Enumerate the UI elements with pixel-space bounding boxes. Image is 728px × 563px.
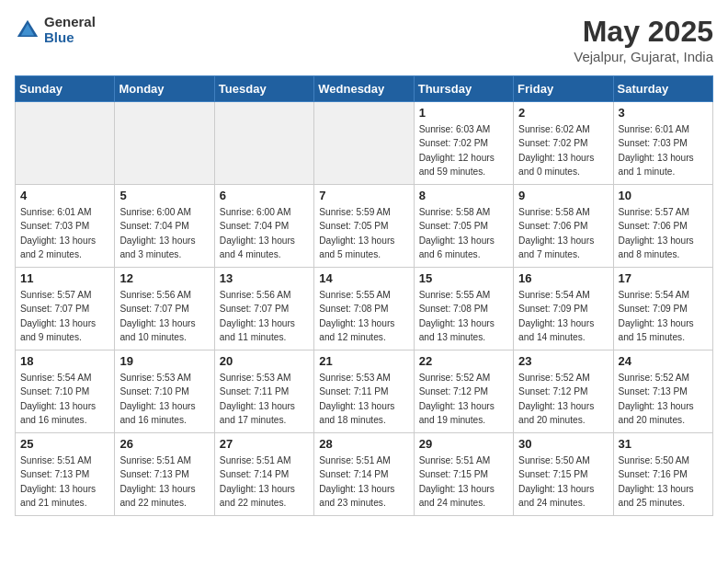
calendar-cell: 3Sunrise: 6:01 AMSunset: 7:03 PMDaylight… xyxy=(613,102,712,185)
day-number: 31 xyxy=(619,437,708,451)
day-info: Sunrise: 6:03 AMSunset: 7:02 PMDaylight:… xyxy=(419,122,508,178)
day-number: 17 xyxy=(619,271,708,285)
header-saturday: Saturday xyxy=(613,76,712,102)
day-number: 8 xyxy=(419,189,508,202)
calendar-cell: 2Sunrise: 6:02 AMSunset: 7:02 PMDaylight… xyxy=(514,102,613,185)
calendar-cell: 15Sunrise: 5:55 AMSunset: 7:08 PMDayligh… xyxy=(414,268,513,350)
calendar-cell: 12Sunrise: 5:56 AMSunset: 7:07 PMDayligh… xyxy=(115,268,214,350)
day-info: Sunrise: 5:57 AMSunset: 7:07 PMDaylight:… xyxy=(20,288,109,344)
calendar-cell: 6Sunrise: 6:00 AMSunset: 7:04 PMDaylight… xyxy=(214,185,313,268)
day-number: 5 xyxy=(119,189,209,202)
day-number: 27 xyxy=(220,437,309,451)
day-info: Sunrise: 5:51 AMSunset: 7:14 PMDaylight:… xyxy=(319,454,408,510)
day-info: Sunrise: 5:58 AMSunset: 7:06 PMDaylight:… xyxy=(518,205,608,261)
calendar-cell: 5Sunrise: 6:00 AMSunset: 7:04 PMDaylight… xyxy=(115,185,214,268)
day-number: 29 xyxy=(419,437,508,451)
day-info: Sunrise: 5:59 AMSunset: 7:05 PMDaylight:… xyxy=(319,205,408,261)
calendar-header-row: SundayMondayTuesdayWednesdayThursdayFrid… xyxy=(16,76,713,102)
day-number: 16 xyxy=(518,271,608,285)
calendar-cell: 27Sunrise: 5:51 AMSunset: 7:14 PMDayligh… xyxy=(214,433,313,516)
calendar-cell: 21Sunrise: 5:53 AMSunset: 7:11 PMDayligh… xyxy=(314,350,414,433)
day-number: 26 xyxy=(119,437,209,451)
calendar-week-3: 11Sunrise: 5:57 AMSunset: 7:07 PMDayligh… xyxy=(16,268,713,350)
calendar-cell: 23Sunrise: 5:52 AMSunset: 7:12 PMDayligh… xyxy=(514,350,613,433)
logo-blue-text: Blue xyxy=(44,30,96,46)
calendar-cell: 19Sunrise: 5:53 AMSunset: 7:10 PMDayligh… xyxy=(115,350,214,433)
logo: General Blue xyxy=(15,15,96,45)
calendar-cell: 14Sunrise: 5:55 AMSunset: 7:08 PMDayligh… xyxy=(314,268,414,350)
day-number: 22 xyxy=(419,354,508,368)
day-info: Sunrise: 5:55 AMSunset: 7:08 PMDaylight:… xyxy=(419,288,508,344)
calendar-cell: 17Sunrise: 5:54 AMSunset: 7:09 PMDayligh… xyxy=(613,268,712,350)
header-friday: Friday xyxy=(514,76,613,102)
calendar-cell: 29Sunrise: 5:51 AMSunset: 7:15 PMDayligh… xyxy=(414,433,513,516)
day-number: 10 xyxy=(619,189,708,202)
day-info: Sunrise: 5:50 AMSunset: 7:15 PMDaylight:… xyxy=(518,454,608,510)
calendar-cell: 16Sunrise: 5:54 AMSunset: 7:09 PMDayligh… xyxy=(514,268,613,350)
day-number: 2 xyxy=(518,106,608,120)
header-monday: Monday xyxy=(115,76,214,102)
day-number: 23 xyxy=(518,354,608,368)
day-number: 18 xyxy=(20,354,109,368)
day-info: Sunrise: 5:51 AMSunset: 7:13 PMDaylight:… xyxy=(119,454,209,510)
day-info: Sunrise: 6:02 AMSunset: 7:02 PMDaylight:… xyxy=(518,122,608,178)
calendar-cell: 9Sunrise: 5:58 AMSunset: 7:06 PMDaylight… xyxy=(514,185,613,268)
month-title: May 2025 xyxy=(574,15,713,49)
calendar-cell: 18Sunrise: 5:54 AMSunset: 7:10 PMDayligh… xyxy=(16,350,115,433)
day-number: 14 xyxy=(319,271,408,285)
day-number: 9 xyxy=(518,189,608,202)
calendar-cell: 7Sunrise: 5:59 AMSunset: 7:05 PMDaylight… xyxy=(314,185,414,268)
day-info: Sunrise: 5:51 AMSunset: 7:14 PMDaylight:… xyxy=(220,454,309,510)
day-info: Sunrise: 5:56 AMSunset: 7:07 PMDaylight:… xyxy=(220,288,309,344)
day-info: Sunrise: 5:52 AMSunset: 7:12 PMDaylight:… xyxy=(419,371,508,427)
calendar-cell: 11Sunrise: 5:57 AMSunset: 7:07 PMDayligh… xyxy=(16,268,115,350)
calendar-week-1: 1Sunrise: 6:03 AMSunset: 7:02 PMDaylight… xyxy=(16,102,713,185)
calendar-cell: 28Sunrise: 5:51 AMSunset: 7:14 PMDayligh… xyxy=(314,433,414,516)
day-number: 11 xyxy=(20,271,109,285)
day-number: 6 xyxy=(220,189,309,202)
header-tuesday: Tuesday xyxy=(214,76,313,102)
day-number: 24 xyxy=(619,354,708,368)
day-number: 4 xyxy=(20,189,109,202)
day-number: 13 xyxy=(220,271,309,285)
calendar-cell: 22Sunrise: 5:52 AMSunset: 7:12 PMDayligh… xyxy=(414,350,513,433)
day-info: Sunrise: 5:55 AMSunset: 7:08 PMDaylight:… xyxy=(319,288,408,344)
day-info: Sunrise: 5:52 AMSunset: 7:13 PMDaylight:… xyxy=(619,371,708,427)
logo-text: General Blue xyxy=(44,15,96,45)
day-info: Sunrise: 6:01 AMSunset: 7:03 PMDaylight:… xyxy=(20,205,109,261)
day-info: Sunrise: 5:52 AMSunset: 7:12 PMDaylight:… xyxy=(518,371,608,427)
day-number: 15 xyxy=(419,271,508,285)
day-info: Sunrise: 5:54 AMSunset: 7:10 PMDaylight:… xyxy=(20,371,109,427)
day-info: Sunrise: 6:01 AMSunset: 7:03 PMDaylight:… xyxy=(619,122,708,178)
calendar-cell: 20Sunrise: 5:53 AMSunset: 7:11 PMDayligh… xyxy=(214,350,313,433)
logo-icon xyxy=(15,17,40,43)
day-info: Sunrise: 5:57 AMSunset: 7:06 PMDaylight:… xyxy=(619,205,708,261)
calendar-cell: 24Sunrise: 5:52 AMSunset: 7:13 PMDayligh… xyxy=(613,350,712,433)
calendar-cell: 31Sunrise: 5:50 AMSunset: 7:16 PMDayligh… xyxy=(613,433,712,516)
calendar-cell xyxy=(214,102,313,185)
day-number: 19 xyxy=(119,354,209,368)
day-info: Sunrise: 5:51 AMSunset: 7:15 PMDaylight:… xyxy=(419,454,508,510)
location-text: Vejalpur, Gujarat, India xyxy=(574,49,713,64)
calendar-table: SundayMondayTuesdayWednesdayThursdayFrid… xyxy=(15,75,713,516)
calendar-cell xyxy=(314,102,414,185)
calendar-week-4: 18Sunrise: 5:54 AMSunset: 7:10 PMDayligh… xyxy=(16,350,713,433)
day-number: 21 xyxy=(319,354,408,368)
calendar-cell: 26Sunrise: 5:51 AMSunset: 7:13 PMDayligh… xyxy=(115,433,214,516)
day-number: 20 xyxy=(220,354,309,368)
day-number: 3 xyxy=(619,106,708,120)
day-info: Sunrise: 6:00 AMSunset: 7:04 PMDaylight:… xyxy=(220,205,309,261)
calendar-cell xyxy=(115,102,214,185)
day-info: Sunrise: 5:50 AMSunset: 7:16 PMDaylight:… xyxy=(619,454,708,510)
day-info: Sunrise: 5:53 AMSunset: 7:11 PMDaylight:… xyxy=(319,371,408,427)
day-info: Sunrise: 5:53 AMSunset: 7:10 PMDaylight:… xyxy=(119,371,209,427)
calendar-cell: 13Sunrise: 5:56 AMSunset: 7:07 PMDayligh… xyxy=(214,268,313,350)
calendar-cell: 30Sunrise: 5:50 AMSunset: 7:15 PMDayligh… xyxy=(514,433,613,516)
header-thursday: Thursday xyxy=(414,76,513,102)
day-info: Sunrise: 5:54 AMSunset: 7:09 PMDaylight:… xyxy=(619,288,708,344)
day-info: Sunrise: 5:51 AMSunset: 7:13 PMDaylight:… xyxy=(20,454,109,510)
calendar-cell xyxy=(16,102,115,185)
day-number: 12 xyxy=(119,271,209,285)
calendar-week-5: 25Sunrise: 5:51 AMSunset: 7:13 PMDayligh… xyxy=(16,433,713,516)
day-info: Sunrise: 6:00 AMSunset: 7:04 PMDaylight:… xyxy=(119,205,209,261)
